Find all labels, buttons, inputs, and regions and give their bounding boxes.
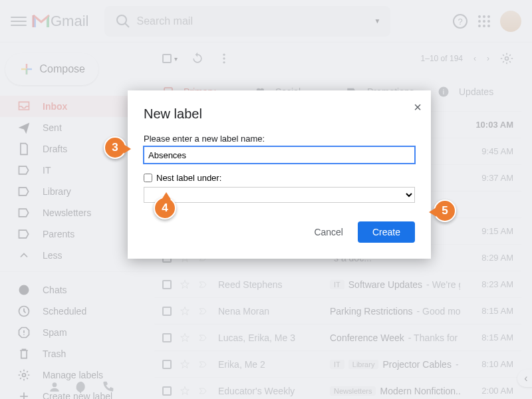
cancel-button[interactable]: Cancel	[305, 221, 352, 243]
nest-checkbox[interactable]	[144, 174, 152, 182]
tutorial-callout-4: 4	[154, 197, 176, 219]
tutorial-callout-5: 5	[434, 200, 456, 222]
label-name-prompt: Please enter a new label name:	[144, 134, 415, 144]
nest-label-text: Nest label under:	[156, 173, 221, 183]
label-name-input[interactable]	[144, 146, 415, 164]
dialog-title: New label	[144, 106, 415, 122]
create-button[interactable]: Create	[358, 221, 415, 243]
new-label-dialog: × New label Please enter a new label nam…	[128, 90, 431, 259]
close-icon[interactable]: ×	[414, 100, 422, 115]
nest-parent-select[interactable]	[144, 187, 415, 203]
tutorial-callout-3: 3	[104, 136, 126, 159]
